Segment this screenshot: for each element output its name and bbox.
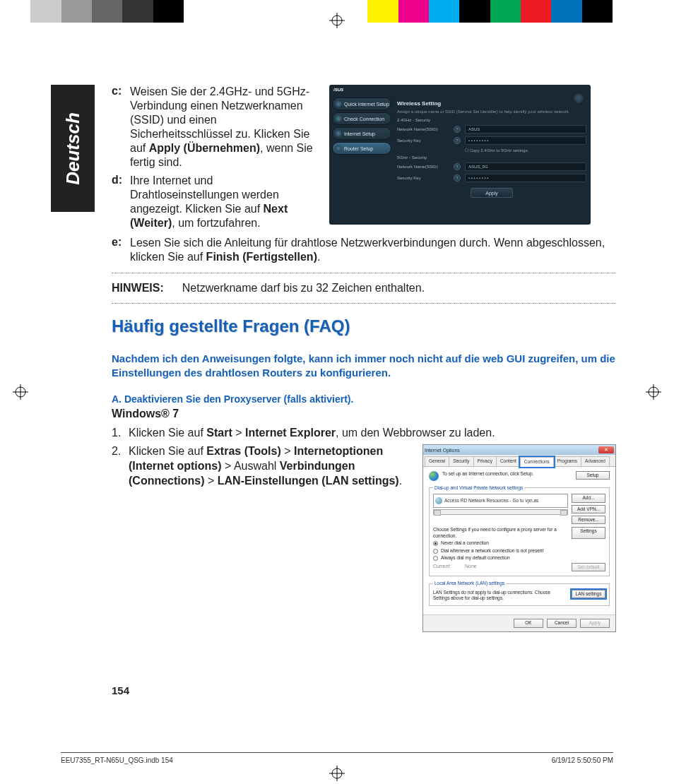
network-icon <box>435 497 442 504</box>
dotted-rule <box>112 273 616 273</box>
windows7-label: Windows® 7 <box>112 408 616 420</box>
item-c: c: Weisen Sie der 2.4GHz- und 5GHz-Verbi… <box>112 85 317 170</box>
step-1: 1. Klicken Sie auf Start > Internet Expl… <box>112 426 616 441</box>
tab-connections: Connections <box>520 457 554 466</box>
step-2: 2. Klicken Sie auf Extras (Tools) > Inte… <box>112 444 616 632</box>
side-router: Router Setup <box>332 142 391 155</box>
page: Deutsch c: Weisen Sie der 2.4GHz- und 5G… <box>27 42 647 742</box>
globe-icon <box>429 471 439 481</box>
dotted-rule <box>112 303 616 304</box>
item-d: d: Ihre Internet und Drahtloseinstellung… <box>112 174 317 230</box>
hinweis-note: HINWEIS:Netzwerkname darf bis zu 32 Zeic… <box>112 282 616 295</box>
footer-rule <box>61 752 613 753</box>
lan-settings-button: LAN settings <box>572 590 605 598</box>
cancel-button: Cancel <box>547 619 577 627</box>
language-label: Deutsch <box>62 112 84 185</box>
reg-mark-right <box>646 384 661 400</box>
footer-timestamp: 6/19/12 5:50:50 PM <box>552 756 613 764</box>
item-e: e: Lesen Sie sich die Anleitung für drah… <box>112 236 616 264</box>
side-qis: Quick Internet Setup <box>332 97 391 110</box>
router-apply-button: Apply <box>471 188 513 198</box>
faq-heading: Häufig gestellte Fragen (FAQ) <box>112 316 616 336</box>
footer-filename: EEU7355_RT-N65U_QSG.indb 154 <box>61 756 173 764</box>
page-number: 154 <box>112 684 129 696</box>
language-tab: Deutsch <box>51 85 95 212</box>
reg-mark-top <box>329 13 345 28</box>
close-icon: ✕ <box>598 446 614 453</box>
faq-question: Nachdem ich den Anweisungen folgte, kann… <box>112 352 616 381</box>
side-internet: Internet Setup <box>332 127 391 140</box>
content-area: c: Weisen Sie der 2.4GHz- und 5GHz-Verbi… <box>112 85 616 692</box>
ok-button: OK <box>514 619 543 627</box>
reg-mark-left <box>13 384 28 400</box>
reg-mark-bottom <box>329 766 345 781</box>
internet-options-dialog: Internet Options✕ General Security Priva… <box>422 444 616 632</box>
router-screenshot: /SUS Quick Internet Setup Check Connecti… <box>329 85 591 225</box>
side-check: Check Connection <box>332 112 391 125</box>
apply-button: Apply <box>580 619 610 627</box>
setup-button: Setup <box>576 471 610 480</box>
faq-substep-a: A. Deaktivieren Sie den Proxyserver (fal… <box>112 393 616 405</box>
